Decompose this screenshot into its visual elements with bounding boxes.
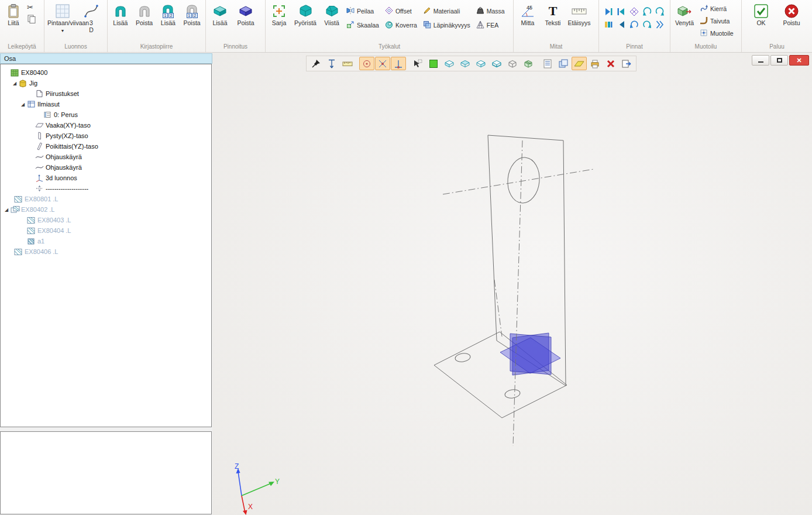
tree-item-plane-yz[interactable]: Poikittais(YZ)-taso	[1, 141, 211, 152]
properties-icon[interactable]	[540, 57, 555, 70]
expander-icon[interactable]: ◢	[11, 81, 18, 86]
export-icon[interactable]	[619, 57, 634, 70]
stretch-button[interactable]: Venytä	[672, 1, 697, 40]
feature-tree[interactable]: EX80400 ◢ Jig Piirustukset ◢ Ilmiasut	[0, 64, 212, 427]
hollow-button[interactable]: Koverra	[383, 19, 419, 31]
tree-item-ex80406[interactable]: EX80406 .L	[1, 246, 211, 257]
tree-item-separator[interactable]: --------------------	[1, 183, 211, 194]
ruler-icon[interactable]	[340, 57, 355, 70]
mirror-button[interactable]: Peilaa	[344, 5, 381, 17]
face-visible-icon[interactable]	[426, 57, 441, 70]
tree-item-ex80801[interactable]: EX80801 .L	[1, 194, 211, 204]
series-button[interactable]: Sarja	[267, 1, 291, 40]
tree-item-ex80403[interactable]: EX80403 .L	[1, 215, 211, 225]
print-icon[interactable]	[587, 57, 603, 70]
tree-item-a1[interactable]: a1	[1, 236, 211, 246]
grid-icon	[55, 2, 70, 20]
material-button[interactable]: Materiaali	[421, 5, 473, 17]
tree-item-configurations[interactable]: ◢ Ilmiasut	[1, 99, 211, 109]
part-tree-panel: Osa EX80400 ◢ Jig Piirustukset ◢ Ilmiasu	[0, 53, 212, 515]
solid-outline-icon[interactable]	[505, 57, 520, 70]
round-button[interactable]: Pyöristä	[291, 1, 319, 40]
surface-extend-left-icon[interactable]	[615, 6, 627, 17]
sketch-3d-button[interactable]: 3 D	[80, 1, 103, 40]
text-button[interactable]: T Teksti	[541, 1, 565, 40]
library-add-button[interactable]: Lisää	[109, 1, 132, 40]
group-label-clipboard: Leikepöytä	[0, 43, 44, 52]
ok-button[interactable]: OK	[750, 1, 772, 40]
surface-prev-face-icon[interactable]	[615, 19, 627, 30]
bend-button[interactable]: Taivuta	[697, 15, 736, 27]
tree-item-drawings[interactable]: Piirustukset	[1, 88, 211, 99]
rotate-button[interactable]: Kierrä	[697, 2, 736, 15]
library-remove-numbered-button[interactable]: 12 Poista	[180, 1, 204, 40]
close-button[interactable]: ✕	[789, 55, 809, 66]
minimize-button[interactable]	[752, 55, 769, 66]
workplane-icon[interactable]	[572, 57, 587, 70]
distance-button[interactable]: Etäisyys	[565, 1, 593, 40]
measure-vertical-icon[interactable]	[324, 57, 339, 70]
surface-flip-right-icon[interactable]	[641, 19, 652, 30]
tree-item-ex80402[interactable]: ◢ EX80402 .L	[1, 204, 211, 215]
pin-icon[interactable]	[308, 57, 324, 70]
axis-x-label: X	[248, 503, 253, 511]
scale-button[interactable]: Skaalaa	[344, 19, 381, 31]
model-scene[interactable]: Z Y X	[212, 53, 812, 515]
cut-button[interactable]: ✂	[27, 4, 36, 12]
tree-item-guide-curve-1[interactable]: Ohjauskäyrä	[1, 152, 211, 162]
transparency-button[interactable]: Läpinäkyvyys	[421, 19, 473, 31]
face-left-icon[interactable]	[442, 57, 457, 70]
fea-button[interactable]: FEA	[474, 19, 507, 31]
coating-remove-button[interactable]: Poista	[233, 1, 259, 40]
coating-add-button[interactable]: Lisää	[207, 1, 233, 40]
tree-item-jig[interactable]: ◢ Jig	[1, 78, 211, 88]
surface-extend-right-icon[interactable]	[603, 6, 614, 17]
snap-center-icon[interactable]	[359, 57, 374, 70]
to-surface-button[interactable]: Pintaan/viivaan ▼	[46, 1, 80, 40]
surface-flip-left-icon[interactable]	[628, 19, 639, 30]
offset-button[interactable]: Offset	[383, 5, 419, 17]
expander-icon[interactable]: ◢	[3, 207, 10, 212]
expander-icon[interactable]: ◢	[19, 102, 26, 107]
tree-item-part-root[interactable]: EX80400	[1, 67, 211, 78]
dimension-button[interactable]: 45 Mitta	[515, 1, 541, 40]
surface-rotate-left-icon[interactable]	[641, 6, 652, 17]
maximize-button[interactable]	[770, 55, 788, 66]
ribbon-group-clipboard: Liitä ✂ Leikepöytä	[0, 0, 44, 52]
ribbon-group-coating: Lisää Poista Pinnoitus	[206, 0, 266, 52]
surface-layers-icon[interactable]	[603, 19, 614, 30]
3d-viewport[interactable]: Z Y X	[212, 53, 812, 515]
library-remove-numbered-label: Poista	[184, 20, 201, 27]
face-right-icon[interactable]	[473, 57, 488, 70]
shape-button[interactable]: Muotoile	[697, 27, 736, 39]
delete-icon[interactable]	[603, 57, 618, 70]
mass-button[interactable]: Massa	[474, 5, 507, 17]
face-all-icon[interactable]	[489, 57, 504, 70]
tree-item-3d-sketch[interactable]: 3d luonnos	[1, 173, 211, 183]
tree-item-ex80404[interactable]: EX80404 .L	[1, 225, 211, 236]
coating-remove-label: Poista	[237, 20, 254, 27]
exit-button[interactable]: Poistu	[779, 1, 804, 40]
copy-layers-icon[interactable]	[556, 57, 571, 70]
chamfer-button[interactable]: Viistä	[319, 1, 344, 40]
surface-rotate-right-icon[interactable]	[654, 6, 665, 17]
tree-item-plane-xy[interactable]: Vaaka(XY)-taso	[1, 120, 211, 131]
exit-cross-icon	[784, 2, 799, 20]
copy-button[interactable]	[27, 14, 36, 25]
tree-item-config-base[interactable]: 0: Perus	[1, 109, 211, 120]
solid-shaded-icon[interactable]	[521, 57, 536, 70]
snap-intersection-icon[interactable]	[375, 57, 390, 70]
slab-teal-icon	[212, 2, 228, 20]
face-top-icon[interactable]	[457, 57, 473, 70]
tree-item-guide-curve-2[interactable]: Ohjauskäyrä	[1, 162, 211, 173]
library-add-numbered-button[interactable]: 12 Lisää	[157, 1, 180, 40]
part-icon	[10, 68, 20, 77]
ribbon-group-library: Lisää Poista 12 Lisää	[108, 0, 206, 52]
library-remove-button[interactable]: Poista	[132, 1, 157, 40]
tree-item-plane-xz[interactable]: Pysty(XZ)-taso	[1, 131, 211, 141]
select-face-icon[interactable]	[410, 57, 425, 70]
surface-next-next-icon[interactable]	[654, 19, 665, 30]
paste-button[interactable]: Liitä	[1, 1, 26, 40]
snap-perpendicular-icon[interactable]	[391, 57, 406, 70]
surface-knit-icon[interactable]	[628, 6, 639, 17]
